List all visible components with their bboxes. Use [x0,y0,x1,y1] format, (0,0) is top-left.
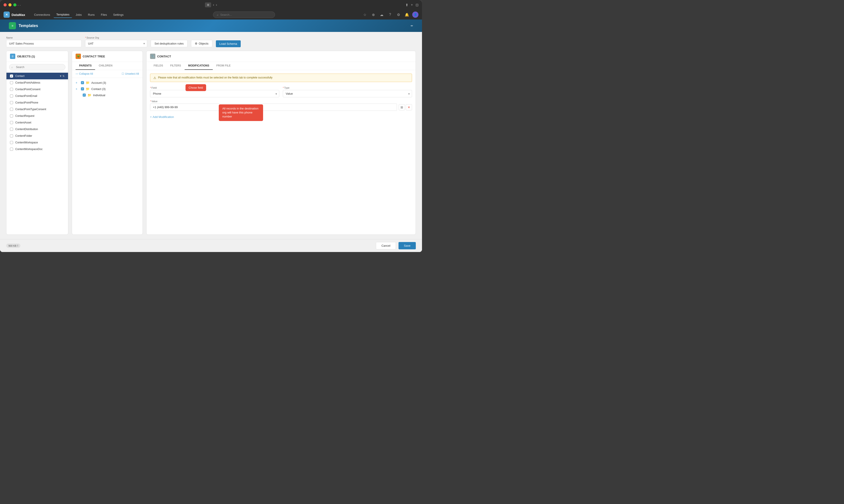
name-group: Name [6,36,82,47]
titlebar-center: ⊞ ‹ › [205,2,217,7]
field-select[interactable]: Phone [150,90,279,97]
tab-modifications[interactable]: MODIFICATIONS [185,62,213,70]
share-icon[interactable]: ⬆ [406,3,408,7]
minimize-button[interactable] [8,3,12,6]
maximize-button[interactable] [13,3,16,6]
search-box: ⌕ [213,12,275,18]
tree-item-account[interactable]: + ✓ 📁 Account (3) [72,79,143,86]
tab-overview-icon[interactable]: ⊡ [416,3,418,7]
save-button[interactable]: Save [398,242,416,249]
logo: ✕ DataMax [3,12,25,18]
add-modification-link[interactable]: + Add Modification [150,115,412,119]
nav-right: ☆ ⊕ ☁ ? ⚙ 🔔 👤 [362,12,418,18]
object-item-contentdistribution[interactable]: ContentDistribution [6,126,68,132]
load-schema-button[interactable]: Load Schema [216,40,241,47]
nav-settings[interactable]: Settings [111,12,126,18]
tab-from-file[interactable]: FROM FILE [213,62,234,70]
gear-icon[interactable]: ⚙ [395,12,401,18]
modifications-panel: 🔧 CONTACT FIELDS FILTERS MODIFICATIONS F… [146,51,416,235]
tree-item-contact[interactable]: + ✓ 📁 Contact (3) [72,86,143,92]
new-tab-icon[interactable]: + [411,3,413,7]
bell-icon[interactable]: 🔔 [404,12,410,18]
tree-tabs: PARENTS CHILDREN [72,62,143,70]
value-input-row: ⊞ ✕ [150,104,412,111]
object-item-contentworkspacedoc[interactable]: ContentWorkspaceDoc [6,146,68,152]
objects-list: ✓ Contact ▼ ⇅ ContactPointAddress [6,73,68,234]
object-checkbox-cptc [10,108,13,111]
value-input[interactable] [150,104,397,111]
help-icon[interactable]: ? [387,12,393,18]
nav-templates[interactable]: Templates [54,12,72,18]
tree-expand-account[interactable]: + [76,81,79,85]
object-item-contactpointaddress[interactable]: ContactPointAddress [6,79,68,86]
alert-text: Please note that all modification fields… [158,76,272,79]
nav-jobs[interactable]: Jobs [73,12,84,18]
add-icon[interactable]: ⊕ [370,12,376,18]
copy-value-button[interactable]: ⊞ [399,104,405,110]
object-item-contentasset[interactable]: ContentAsset [6,119,68,126]
titlebar-right: ⬆ + ⊡ [406,3,418,7]
edit-icon[interactable]: ✏ [411,24,413,28]
object-item-contentfolder[interactable]: ContentFolder [6,132,68,139]
delete-value-button[interactable]: ✕ [406,104,412,110]
object-item-contactpointconsent[interactable]: ContactPointConsent [6,86,68,93]
object-checkbox-contact: ✓ [10,74,13,77]
object-item-contactpointphone[interactable]: ContactPointPhone [6,99,68,106]
dedup-rules-button[interactable]: Set deduplication rules [151,40,187,47]
mods-panel-icon: 🔧 [150,54,155,59]
info-icon: ℹ [17,244,18,247]
object-item-contact[interactable]: ✓ Contact ▼ ⇅ [6,73,68,79]
window-layout-btn[interactable]: ⊞ [205,2,211,7]
modifications-form: *Field Phone ▾ [150,87,412,119]
cancel-button[interactable]: Cancel [376,242,396,249]
object-item-contactrequest[interactable]: ContactRequest [6,113,68,119]
nav-back-btn[interactable]: ‹ [213,3,214,7]
source-org-select[interactable]: UAT [85,40,147,47]
value-row-container: *Value ⊞ ✕ [150,100,412,111]
tree-expand-contact[interactable]: + [76,87,79,91]
templates-icon: ≡ [9,22,16,29]
search-icon: ⌕ [217,13,218,16]
objects-panel-title: OBJECTS (1) [17,55,35,58]
nav-forward-btn[interactable]: › [216,3,217,7]
mods-tabs: FIELDS FILTERS MODIFICATIONS FROM FILE [146,62,416,70]
tree-item-name-contact: Contact (3) [91,87,106,91]
tree-checkbox-contact: ✓ [81,87,84,90]
nav-links: Connections Templates Jobs Runs Files Se… [32,12,126,18]
avatar[interactable]: 👤 [412,12,418,18]
field-group: *Field Phone ▾ [150,87,279,97]
traffic-lights [3,3,16,6]
objects-search-input[interactable] [9,64,66,70]
nav-runs[interactable]: Runs [85,12,97,18]
search-input[interactable] [220,13,271,16]
object-item-contactpointtypeconsent[interactable]: ContactPointTypeConsent [6,106,68,113]
nav-search: ⌕ [129,12,359,18]
nav-connections[interactable]: Connections [32,12,53,18]
nav-files[interactable]: Files [98,12,109,18]
tab-filters[interactable]: FILTERS [167,62,185,70]
tab-fields[interactable]: FIELDS [150,62,167,70]
size-badge: 900 KB ℹ [6,244,20,248]
unselect-icon: ☐ [122,72,124,75]
tree-item-individual[interactable]: ✓ 📁 Individual [72,92,143,98]
tab-children[interactable]: CHILDREN [95,62,116,70]
collapse-all-link[interactable]: — Collapse All [76,72,93,75]
unselect-all-link[interactable]: ☐ Unselect All [122,72,139,75]
type-group: *Type Value ▾ [283,87,412,97]
value-group: *Value ⊞ ✕ [150,100,412,111]
tooltip-chose-field: Chose field [185,84,206,91]
objects-button[interactable]: ⚙ Objects [191,40,212,47]
object-checkbox-cpc [10,88,13,91]
object-item-contentworkspace[interactable]: ContentWorkspace [6,139,68,146]
alert-icon: ⚠ [154,76,156,79]
star-icon[interactable]: ☆ [362,12,368,18]
type-select[interactable]: Value [283,90,412,97]
cloud-icon[interactable]: ☁ [379,12,385,18]
object-item-contactpointemail[interactable]: ContactPointEmail [6,93,68,99]
close-button[interactable] [3,3,7,6]
object-checkbox-cr [10,114,13,118]
columns: ☰ OBJECTS (1) ⌕ ✓ Contact [6,51,416,235]
tooltip-phone-info: All records in the destination org will … [219,104,263,121]
tab-parents[interactable]: PARENTS [76,62,95,70]
name-input[interactable] [6,40,82,47]
